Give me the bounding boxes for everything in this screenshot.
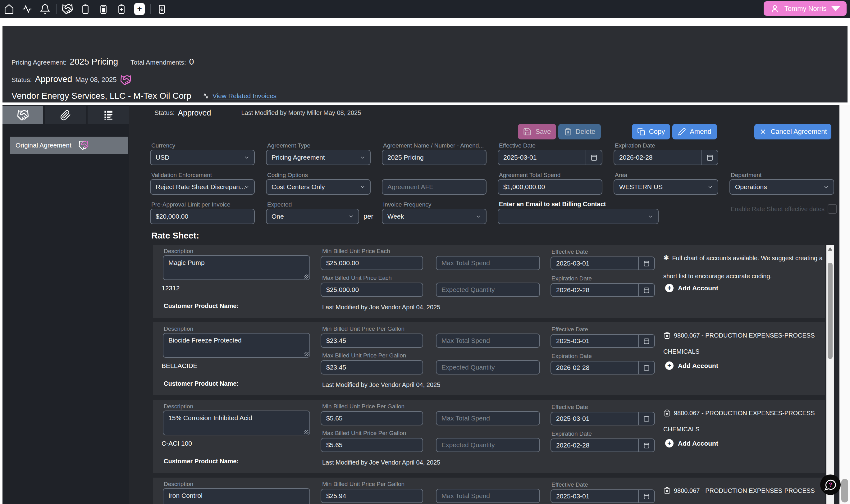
min-price-input[interactable]: $23.45 [321,334,423,348]
add-account-button[interactable]: + Add Account [665,361,718,370]
chat-bubble-icon: ? [824,478,837,491]
billing-contact-select[interactable] [498,209,659,224]
total-amendments-label: Total Amendments: [130,59,186,66]
cancel-agreement-button[interactable]: Cancel Agreement [754,124,831,140]
max-price-input[interactable]: $25,000.00 [321,283,423,297]
calendar-icon[interactable] [586,150,602,165]
description-label: Description [164,248,193,255]
description-textarea[interactable]: Biocide Freeze Protected [163,333,310,358]
tab-attachments[interactable] [45,106,86,124]
calendar-icon[interactable] [638,361,654,374]
plus-icon: + [665,361,674,370]
clipboard-icon[interactable] [76,0,94,18]
expected-quantity-input[interactable]: Expected Quantity [436,438,540,452]
max-price-input[interactable]: $23.45 [321,360,423,375]
department-label: Department [731,172,761,179]
row-expiration-date-input[interactable]: 2026-02-28 [550,361,655,375]
download-icon[interactable] [153,0,171,18]
svg-text:?: ? [829,481,832,488]
calendar-icon[interactable] [638,439,654,451]
max-total-spend-input[interactable]: Max Total Spend [436,334,540,348]
user-menu-button[interactable]: Tommy Norris [764,1,847,16]
currency-select[interactable]: USD [150,150,255,165]
row-effective-date-label: Effective Date [551,481,588,488]
agreement-name-input[interactable]: 2025 Pricing [382,150,486,165]
chevron-down-icon [475,213,481,219]
row-effective-date-input[interactable]: 2025-03-01 [550,256,655,270]
chart-of-accounts-note: ✱Full chart of accounts available. We su… [663,249,825,285]
expected-quantity-input[interactable]: Expected Quantity [436,283,540,297]
area-label: Area [615,172,627,179]
calendar-icon[interactable] [638,490,654,502]
save-button[interactable]: Save [518,124,556,140]
calendar-icon[interactable] [638,284,654,296]
add-account-button[interactable]: + Add Account [665,284,718,292]
pencil-icon [678,128,686,136]
notifications-icon[interactable] [36,0,54,18]
agreement-total-spend-input[interactable]: $1,000,000.00 [498,179,602,195]
enable-rate-sheet-dates-checkbox[interactable] [828,204,837,214]
calendar-icon[interactable] [638,335,654,347]
min-price-input[interactable]: $25,000.00 [321,256,423,270]
rate-sheet-row: Description Iron Control Min Billed Unit… [153,478,825,504]
row-last-modified: Last Modified by Joe Vendor April 04, 20… [322,459,440,466]
calendar-icon[interactable] [638,257,654,270]
max-price-input[interactable]: $5.65 [321,438,423,452]
invoices-icon[interactable] [94,0,112,18]
scrollbar-thumb[interactable] [828,263,833,359]
scrollbar-thumb[interactable] [841,479,848,502]
create-new-icon[interactable]: + [134,3,145,15]
row-effective-date-input[interactable]: 2025-03-01 [550,412,655,426]
trash-icon[interactable] [663,487,671,494]
calendar-icon[interactable] [638,412,654,425]
trash-icon[interactable] [663,332,671,339]
department-select[interactable]: Operations [729,179,834,195]
row-effective-date-input[interactable]: 2025-03-01 [550,334,655,348]
validation-enforcement-select[interactable]: Reject Rate Sheet Discrepan... [150,179,255,195]
plus-icon: + [665,439,674,448]
sidebar-item-original-agreement[interactable]: Original Agreement [10,137,128,154]
agreements-icon[interactable] [58,0,76,18]
help-chat-button[interactable]: ? [820,474,841,495]
pricing-agreement-label: Pricing Agreement: [12,59,67,66]
handshake-icon [78,140,89,150]
min-price-input[interactable]: $25.94 [321,489,423,503]
coding-options-select[interactable]: Cost Centers Only [266,179,371,195]
home-icon[interactable] [0,0,18,18]
add-account-button[interactable]: + Add Account [665,439,718,448]
scroll-up-icon[interactable] [828,247,832,251]
description-textarea[interactable]: 15% Corrosion Inhibited Acid [163,411,310,435]
row-effective-date-input[interactable]: 2025-03-01 [550,489,655,503]
expiration-date-input[interactable]: 2026-02-28 [614,150,718,165]
row-expiration-date-input[interactable]: 2026-02-28 [550,438,655,452]
effective-date-input[interactable]: 2025-03-01 [498,150,602,165]
description-label: Description [164,403,193,410]
product-code: C-ACI 100 [162,440,192,447]
max-total-spend-input[interactable]: Max Total Spend [436,489,540,503]
trash-icon[interactable] [663,409,671,417]
calendar-icon[interactable] [702,150,718,165]
pre-approval-limit-input[interactable]: $20,000.00 [150,209,255,224]
max-total-spend-input[interactable]: Max Total Spend [436,411,540,426]
max-total-spend-input[interactable]: Max Total Spend [436,256,540,270]
amend-button[interactable]: Amend [672,124,717,140]
billing-contact-label: Enter an Email to set Billing Contact [499,201,606,208]
min-price-input[interactable]: $5.65 [321,411,423,426]
expected-select[interactable]: One [266,209,359,224]
area-select[interactable]: WESTERN US [614,179,718,195]
invoice-frequency-label: Invoice Frequency [383,201,431,208]
tab-details-list[interactable] [88,106,129,124]
view-related-invoices-link[interactable]: View Related Invoices [213,92,277,100]
description-textarea[interactable]: Magic Pump [163,255,310,280]
agreement-afe-input[interactable]: Agreement AFE [382,179,486,195]
description-textarea[interactable]: Iron Control [163,488,310,504]
copy-button[interactable]: Copy [632,124,670,140]
delete-button[interactable]: Delete [558,124,601,140]
activity-icon[interactable] [18,0,36,18]
expected-quantity-input[interactable]: Expected Quantity [436,360,540,375]
invoice-frequency-select[interactable]: Week [382,209,486,224]
row-expiration-date-input[interactable]: 2026-02-28 [550,283,655,297]
agreement-type-select[interactable]: Pricing Agreement [266,150,371,165]
add-invoice-icon[interactable] [112,0,130,18]
tab-agreement[interactable] [2,106,43,124]
